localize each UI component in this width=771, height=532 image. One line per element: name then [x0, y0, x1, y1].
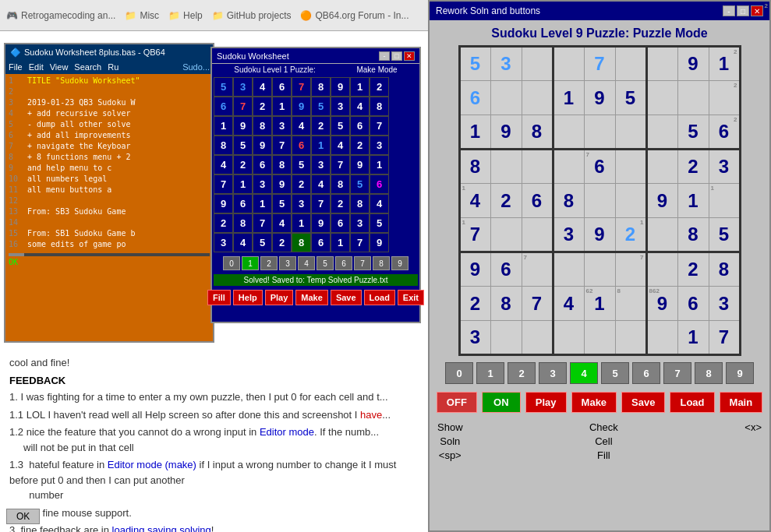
- grid-cell[interactable]: 6: [677, 287, 709, 321]
- ss-cell[interactable]: 1: [350, 77, 370, 97]
- ss-cell-selected[interactable]: 8: [292, 233, 311, 252]
- ss-cell[interactable]: 4: [311, 174, 331, 194]
- ss-cell[interactable]: 2: [331, 194, 350, 213]
- grid-cell[interactable]: 8: [677, 218, 709, 252]
- grid-cell[interactable]: [646, 321, 677, 355]
- ss-cell[interactable]: 5: [272, 194, 292, 213]
- ss-cell[interactable]: 9: [253, 136, 272, 155]
- grid-cell[interactable]: 3: [709, 287, 740, 321]
- grid-cell[interactable]: [646, 115, 677, 150]
- ss-cell[interactable]: 6: [233, 194, 253, 213]
- ss-cell[interactable]: 3: [350, 213, 370, 233]
- ss-cell[interactable]: 8: [370, 97, 389, 116]
- main-on-btn[interactable]: ON: [482, 392, 521, 413]
- grid-cell[interactable]: 8: [490, 287, 522, 321]
- ok-button[interactable]: OK: [6, 509, 40, 524]
- ss-cell[interactable]: 4: [370, 194, 389, 213]
- ss-cell[interactable]: 8: [350, 194, 370, 213]
- ss-cell[interactable]: 6: [370, 174, 389, 194]
- ss-cell[interactable]: 2: [272, 233, 292, 252]
- grid-cell[interactable]: [677, 81, 709, 115]
- grid-cell[interactable]: 6: [459, 81, 490, 115]
- ss-num-2[interactable]: 2: [260, 256, 278, 270]
- ss-cell[interactable]: 2: [350, 136, 370, 155]
- ss-make-btn[interactable]: Make: [295, 290, 328, 305]
- ss-num-8[interactable]: 8: [373, 256, 390, 270]
- grid-cell[interactable]: 4: [553, 287, 584, 321]
- grid-cell[interactable]: [646, 252, 677, 287]
- ss-cell[interactable]: 3: [311, 155, 331, 174]
- grid-cell[interactable]: [615, 321, 646, 355]
- ss-cell[interactable]: 8: [272, 155, 292, 174]
- ss-cell[interactable]: 3: [331, 97, 350, 116]
- grid-cell[interactable]: [490, 150, 522, 184]
- main-main-btn[interactable]: Main: [720, 392, 763, 413]
- main-close-btn[interactable]: ✕: [751, 5, 763, 16]
- ss-load-btn[interactable]: Load: [364, 290, 395, 305]
- ss-cell[interactable]: 9: [370, 233, 389, 252]
- ss-num-0[interactable]: 0: [223, 256, 240, 270]
- grid-cell[interactable]: [553, 47, 584, 81]
- ss-cell[interactable]: 6: [292, 136, 311, 155]
- ss-cell[interactable]: 6: [311, 233, 331, 252]
- ss-cell[interactable]: 3: [253, 174, 272, 194]
- ss-cell[interactable]: 5: [370, 213, 389, 233]
- grid-cell[interactable]: 8: [615, 287, 646, 321]
- grid-cell[interactable]: 12: [709, 47, 740, 81]
- grid-cell[interactable]: 8: [522, 115, 553, 150]
- ss-cell[interactable]: 4: [350, 97, 370, 116]
- ss-cell[interactable]: 9: [272, 174, 292, 194]
- ss-cell[interactable]: 3: [272, 116, 292, 136]
- ss-cell[interactable]: 8: [214, 136, 233, 155]
- grid-cell[interactable]: [490, 81, 522, 115]
- main-save-btn[interactable]: Save: [621, 392, 665, 413]
- grid-cell[interactable]: [615, 184, 646, 218]
- grid-cell[interactable]: 9: [677, 47, 709, 81]
- ss-cell[interactable]: 1: [272, 97, 292, 116]
- main-num-8[interactable]: 8: [695, 362, 723, 384]
- ss-cell[interactable]: 7: [292, 77, 311, 97]
- grid-cell[interactable]: 5: [615, 81, 646, 115]
- main-num-9[interactable]: 9: [726, 362, 754, 384]
- ss-cell[interactable]: 1: [214, 116, 233, 136]
- grid-cell[interactable]: [615, 47, 646, 81]
- ss-cell[interactable]: 2: [311, 116, 331, 136]
- main-num-6[interactable]: 6: [632, 362, 660, 384]
- ss-cell[interactable]: 7: [311, 194, 331, 213]
- grid-cell[interactable]: 2: [490, 184, 522, 218]
- browser-tab-github[interactable]: 📁 GitHub projects: [212, 10, 292, 21]
- grid-cell[interactable]: 7: [615, 252, 646, 287]
- small-close-btn[interactable]: ✕: [404, 51, 415, 61]
- ss-cell[interactable]: 9: [214, 194, 233, 213]
- main-off-btn[interactable]: OFF: [437, 392, 477, 413]
- grid-cell[interactable]: [522, 150, 553, 184]
- ss-cell[interactable]: 7: [233, 97, 253, 116]
- ss-cell[interactable]: 7: [370, 116, 389, 136]
- grid-cell[interactable]: [584, 252, 615, 287]
- grid-cell[interactable]: 41: [459, 184, 490, 218]
- ss-cell[interactable]: 4: [331, 136, 350, 155]
- ss-cell[interactable]: 5: [350, 174, 370, 194]
- grid-cell[interactable]: 67: [584, 150, 615, 184]
- grid-cell[interactable]: [646, 81, 677, 115]
- ss-cell[interactable]: 8: [331, 174, 350, 194]
- ss-cell[interactable]: 3: [292, 194, 311, 213]
- grid-cell[interactable]: [584, 115, 615, 150]
- ss-cell[interactable]: 6: [350, 116, 370, 136]
- menu-ru[interactable]: Ru: [108, 62, 118, 72]
- main-num-7[interactable]: 7: [663, 362, 691, 384]
- grid-cell[interactable]: 6: [490, 252, 522, 287]
- grid-cell[interactable]: [584, 321, 615, 355]
- ss-cell[interactable]: 6: [331, 213, 350, 233]
- grid-cell[interactable]: 7: [584, 47, 615, 81]
- ss-cell[interactable]: 9: [311, 213, 331, 233]
- ss-cell[interactable]: 5: [331, 116, 350, 136]
- ss-cell[interactable]: 1: [233, 174, 253, 194]
- grid-cell[interactable]: 9: [584, 81, 615, 115]
- ss-num-9[interactable]: 9: [391, 256, 408, 270]
- grid-cell[interactable]: 2: [459, 287, 490, 321]
- grid-cell[interactable]: 32: [490, 47, 522, 81]
- grid-cell[interactable]: 8: [553, 184, 584, 218]
- ss-cell[interactable]: 6: [214, 97, 233, 116]
- grid-cell[interactable]: 3: [459, 321, 490, 355]
